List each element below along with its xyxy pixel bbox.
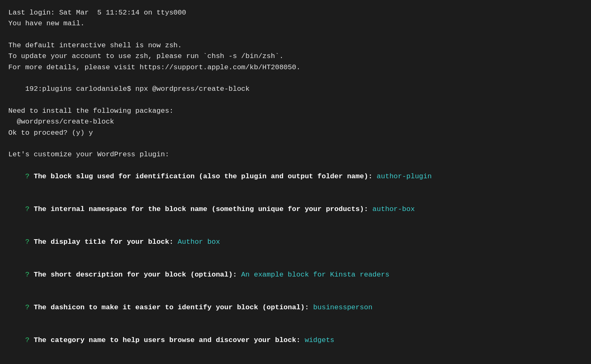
question-text: The display title for your block:: [34, 238, 178, 246]
question-line: ? The block slug used for identification…: [8, 160, 583, 193]
answer-text: widgets: [305, 336, 334, 344]
answer-text: author-plugin: [377, 172, 432, 180]
empty-line: [8, 138, 583, 149]
terminal-line: The default interactive shell is now zsh…: [8, 40, 583, 51]
question-text: The short description for your block (op…: [34, 271, 241, 279]
question-mark: ?: [25, 271, 34, 279]
terminal-line: For more details, please visit https://s…: [8, 62, 583, 73]
question-line: ? The name of the plugin author (optiona…: [8, 357, 583, 364]
answer-text: businessperson: [313, 303, 373, 311]
terminal-line: Last login: Sat Mar 5 11:52:14 on ttys00…: [8, 7, 583, 18]
question-line: ? The short description for your block (…: [8, 259, 583, 291]
question-text: The internal namespace for the block nam…: [34, 205, 372, 213]
terminal-line: Need to install the following packages:: [8, 106, 583, 116]
answer-text: Author box: [178, 238, 220, 246]
question-line: ? The category name to help users browse…: [8, 324, 583, 357]
question-text: The category name to help users browse a…: [34, 336, 305, 344]
prompt-text: 192:plugins carlodaniele$: [25, 85, 135, 93]
terminal-line: Ok to proceed? (y) y: [8, 128, 583, 138]
question-line: ? The dashicon to make it easier to iden…: [8, 291, 583, 324]
terminal-line: @wordpress/create-block: [8, 116, 583, 127]
empty-line: [8, 29, 583, 40]
question-mark: ?: [25, 303, 34, 311]
question-text: The dashicon to make it easier to identi…: [34, 303, 313, 311]
question-mark: ?: [25, 238, 34, 246]
question-line: ? The internal namespace for the block n…: [8, 193, 583, 226]
question-text: The block slug used for identification (…: [34, 172, 376, 180]
terminal-line: Let's customize your WordPress plugin:: [8, 149, 583, 160]
question-mark: ?: [25, 172, 34, 180]
terminal-window: Last login: Sat Mar 5 11:52:14 on ttys00…: [0, 0, 591, 364]
question-mark: ?: [25, 205, 34, 213]
terminal-line: To update your account to use zsh, pleas…: [8, 51, 583, 62]
terminal-line: You have new mail.: [8, 18, 583, 29]
question-mark: ?: [25, 336, 34, 344]
command-text: npx @wordpress/create-block: [135, 85, 249, 93]
answer-text: An example block for Kinsta readers: [241, 271, 389, 279]
answer-text: author-box: [372, 205, 415, 213]
question-line: ? The display title for your block: Auth…: [8, 226, 583, 259]
prompt-line: 192:plugins carlodaniele$ npx @wordpress…: [8, 73, 583, 106]
